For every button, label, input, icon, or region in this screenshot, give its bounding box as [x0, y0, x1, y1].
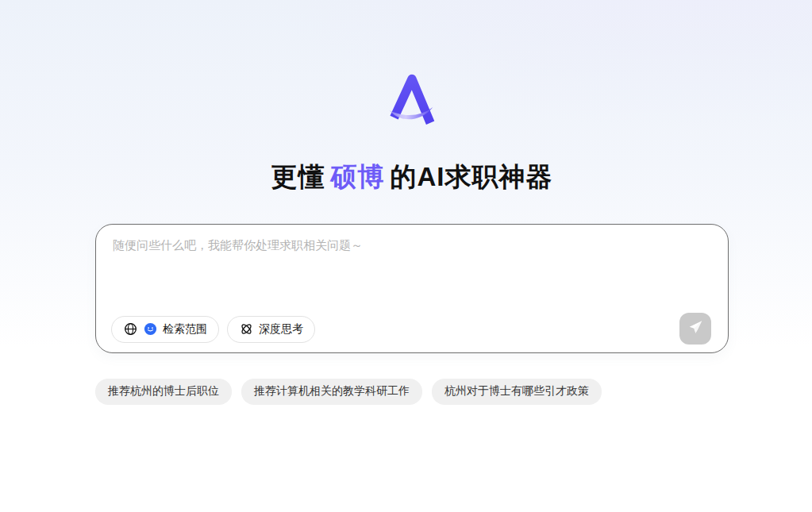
message-input[interactable]: [113, 238, 680, 300]
smiley-badge-icon: [143, 321, 158, 337]
suggestion-chip-cs-teaching-research[interactable]: 推荐计算机相关的教学科研工作: [241, 379, 422, 405]
page-title: 更懂硕博的AI求职神器: [95, 162, 729, 192]
composer-toolbar: 检索范围 深度思考: [111, 316, 315, 343]
deep-think-label: 深度思考: [259, 322, 303, 337]
title-prefix: 更懂: [271, 162, 325, 191]
main-content: 更懂硕博的AI求职神器: [95, 0, 729, 405]
paper-plane-icon: [687, 318, 704, 338]
suggestion-chip-postdoc-hangzhou[interactable]: 推荐杭州的博士后职位: [95, 379, 232, 405]
send-button[interactable]: [679, 313, 711, 345]
suggestion-chip-hangzhou-phd-policy[interactable]: 杭州对于博士有哪些引才政策: [432, 379, 602, 405]
search-scope-button[interactable]: 检索范围: [111, 316, 219, 343]
search-scope-label: 检索范围: [163, 322, 207, 337]
deep-think-button[interactable]: 深度思考: [227, 316, 315, 343]
globe-icon: [123, 321, 138, 337]
title-highlight: 硕博: [331, 162, 385, 191]
atom-icon: [239, 321, 254, 337]
brand-a-logo: [386, 73, 438, 135]
title-suffix: 的AI求职神器: [391, 162, 553, 191]
composer: 检索范围 深度思考: [95, 224, 729, 353]
logo-container: [95, 0, 729, 135]
suggestion-chips: 推荐杭州的博士后职位 推荐计算机相关的教学科研工作 杭州对于博士有哪些引才政策: [95, 379, 729, 405]
